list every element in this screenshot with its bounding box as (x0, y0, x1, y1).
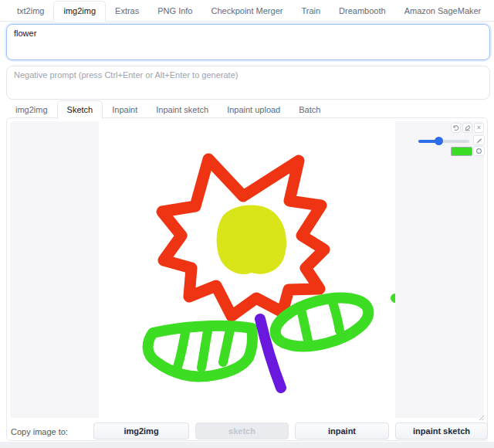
brush-color-swatch[interactable] (451, 147, 472, 156)
copy-to-inpaint-sketch-button[interactable]: inpaint sketch (395, 423, 488, 440)
img2img-tab-inpaint[interactable]: Inpaint (103, 101, 147, 119)
remove-image-button[interactable]: × (474, 123, 484, 133)
close-icon: × (477, 124, 481, 131)
negative-prompt-input[interactable] (6, 66, 490, 100)
resize-grip-icon (477, 413, 485, 421)
copy-image-to-label: Copy image to: (11, 427, 68, 436)
eraser-button[interactable] (462, 123, 472, 133)
img2img-mode-tab-bar: img2imgSketchInpaintInpaint sketchInpain… (6, 100, 330, 119)
color-circle-icon (475, 148, 482, 154)
sketch-canvas[interactable] (99, 121, 395, 418)
copy-to-sketch-button: sketch (195, 423, 289, 440)
tab-amazon-sagemaker[interactable]: Amazon SageMaker (395, 2, 491, 21)
left-leaf-veins (178, 330, 230, 368)
copy-to-inpaint-button[interactable]: inpaint (295, 423, 389, 440)
main-tab-bar: txt2imgimg2imgExtrasPNG InfoCheckpoint M… (0, 0, 494, 22)
img2img-tab-inpaint-upload[interactable]: Inpaint upload (218, 101, 289, 119)
tab-txt2img[interactable]: txt2img (8, 2, 53, 21)
brush-size-slider-thumb[interactable] (435, 137, 443, 145)
tab-img2img[interactable]: img2img (53, 1, 106, 22)
prompt-input[interactable]: flower (6, 24, 490, 60)
tab-png-info[interactable]: PNG Info (148, 2, 201, 21)
brush-size-slider[interactable] (418, 140, 469, 143)
copy-to-img2img-button[interactable]: img2img (93, 423, 189, 440)
stray-green-dot (391, 294, 395, 303)
img2img-tab-img2img[interactable]: img2img (6, 101, 57, 119)
tab-dreambooth[interactable]: Dreambooth (330, 2, 395, 21)
canvas-resize-handle[interactable] (477, 410, 485, 418)
flower-sketch-drawing (99, 121, 395, 418)
img2img-tab-sketch[interactable]: Sketch (57, 100, 103, 120)
brush-tool-button[interactable] (473, 135, 485, 145)
undo-button[interactable] (451, 123, 461, 133)
color-picker-button[interactable] (473, 146, 485, 156)
app-window: txt2imgimg2imgExtrasPNG InfoCheckpoint M… (0, 0, 494, 448)
img2img-tab-inpaint-sketch[interactable]: Inpaint sketch (147, 101, 218, 119)
tab-checkpoint-merger[interactable]: Checkpoint Merger (201, 2, 292, 21)
pencil-icon (475, 137, 482, 144)
flower-center-blob (217, 205, 286, 273)
undo-icon (452, 124, 459, 131)
tab-settings[interactable]: Settings (490, 2, 494, 21)
img2img-tab-batch[interactable]: Batch (289, 101, 330, 119)
tab-train[interactable]: Train (292, 2, 330, 21)
eraser-icon (464, 124, 471, 131)
tab-extras[interactable]: Extras (106, 2, 148, 21)
